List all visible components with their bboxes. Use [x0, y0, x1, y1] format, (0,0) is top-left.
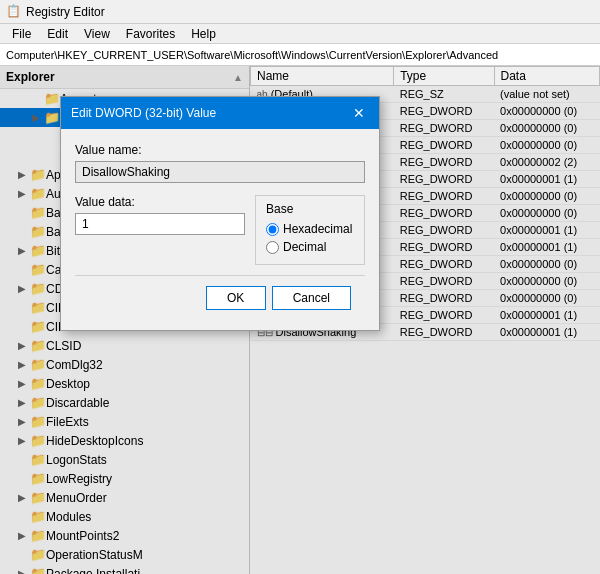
cancel-button[interactable]: Cancel — [272, 286, 351, 310]
edit-dword-dialog: Edit DWORD (32-bit) Value ✕ Value name: … — [60, 96, 380, 331]
radio-hexadecimal-input[interactable] — [266, 223, 279, 236]
menu-help[interactable]: Help — [183, 25, 224, 43]
menu-view[interactable]: View — [76, 25, 118, 43]
dialog-buttons: OK Cancel — [75, 275, 365, 320]
app-icon: 📋 — [6, 4, 22, 20]
radio-hexadecimal-label: Hexadecimal — [283, 222, 352, 236]
menu-file[interactable]: File — [4, 25, 39, 43]
radio-decimal-label: Decimal — [283, 240, 326, 254]
col-data: Data — [494, 67, 599, 86]
dialog-row: Value data: Base Hexadecimal Decimal — [75, 195, 365, 265]
dialog-overlay: Edit DWORD (32-bit) Value ✕ Value name: … — [0, 66, 600, 574]
col-name: Name — [251, 67, 394, 86]
app-title: Registry Editor — [26, 5, 105, 19]
radio-decimal-input[interactable] — [266, 241, 279, 254]
menu-edit[interactable]: Edit — [39, 25, 76, 43]
radio-hexadecimal[interactable]: Hexadecimal — [266, 222, 354, 236]
base-group: Base Hexadecimal Decimal — [255, 195, 365, 265]
dialog-title: Edit DWORD (32-bit) Value — [71, 106, 216, 120]
menu-favorites[interactable]: Favorites — [118, 25, 183, 43]
value-data-input[interactable] — [75, 213, 245, 235]
dialog-title-bar: Edit DWORD (32-bit) Value ✕ — [61, 97, 379, 129]
dialog-body: Value name: Value data: Base Hexadecimal — [61, 129, 379, 330]
ok-button[interactable]: OK — [206, 286, 266, 310]
value-data-group: Value data: — [75, 195, 245, 235]
value-data-label: Value data: — [75, 195, 245, 209]
address-path: Computer\HKEY_CURRENT_USER\Software\Micr… — [6, 49, 498, 61]
menu-bar: File Edit View Favorites Help — [0, 24, 600, 44]
value-name-input — [75, 161, 365, 183]
radio-decimal[interactable]: Decimal — [266, 240, 354, 254]
value-name-label: Value name: — [75, 143, 365, 157]
dialog-close-button[interactable]: ✕ — [349, 103, 369, 123]
base-group-title: Base — [266, 202, 354, 216]
col-type: Type — [394, 67, 494, 86]
main-content: Explorer ▲ 📁 Accent▶📁 Advanced 📁 People … — [0, 66, 600, 574]
title-bar: 📋 Registry Editor — [0, 0, 600, 24]
address-bar: Computer\HKEY_CURRENT_USER\Software\Micr… — [0, 44, 600, 66]
